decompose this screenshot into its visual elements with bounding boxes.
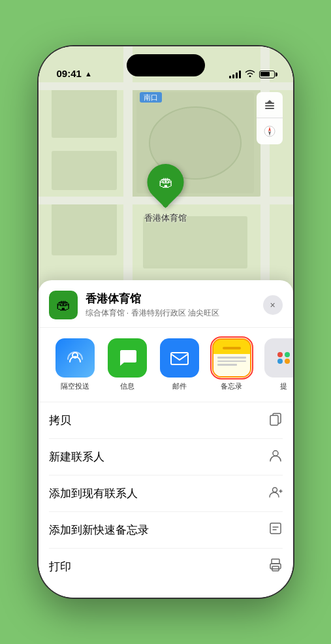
status-time: 09:41 ▲: [57, 68, 92, 79]
svg-marker-17: [267, 100, 272, 103]
pin-label: 香港体育馆: [144, 212, 187, 224]
svg-rect-8: [39, 82, 293, 90]
notes-label: 备忘录: [221, 381, 242, 391]
notes-icon: [212, 338, 251, 378]
svg-rect-22: [171, 353, 188, 364]
svg-rect-15: [265, 105, 274, 106]
messages-icon: [108, 338, 147, 378]
svg-rect-1: [52, 86, 117, 138]
share-messages[interactable]: 信息: [101, 338, 153, 391]
share-mail[interactable]: 邮件: [153, 338, 206, 391]
action-new-contact[interactable]: 新建联系人: [49, 439, 283, 475]
messages-label: 信息: [120, 381, 134, 391]
svg-point-26: [272, 488, 277, 492]
map-label-text: 南口: [140, 92, 162, 103]
svg-rect-24: [270, 415, 278, 425]
mail-label: 邮件: [172, 381, 187, 391]
add-notes-label: 添加到新快速备忘录: [49, 523, 149, 538]
share-notes[interactable]: 备忘录: [206, 338, 258, 391]
signal-icon: [229, 71, 241, 78]
phone-screen: 09:41 ▲: [39, 46, 293, 598]
new-contact-label: 新建联系人: [49, 449, 104, 464]
venue-icon: 🏟: [49, 291, 78, 319]
more-icon: [264, 338, 293, 378]
venue-info: 香港体育馆 综合体育馆 · 香港特别行政区 油尖旺区: [86, 291, 263, 319]
print-icon: [268, 558, 283, 575]
svg-rect-32: [272, 559, 279, 564]
action-add-existing[interactable]: 添加到现有联系人: [49, 475, 283, 512]
map-controls: [257, 92, 283, 144]
status-icons: [229, 69, 275, 79]
svg-rect-2: [52, 151, 117, 190]
venue-desc: 综合体育馆 · 香港特别行政区 油尖旺区: [86, 308, 263, 319]
copy-icon: [268, 411, 283, 429]
svg-rect-11: [143, 216, 247, 268]
share-more[interactable]: 提: [258, 338, 293, 391]
action-copy[interactable]: 拷贝: [49, 402, 283, 439]
clock: 09:41: [57, 68, 82, 79]
sheet-header: 🏟 香港体育馆 综合体育馆 · 香港特别行政区 油尖旺区 ×: [39, 280, 293, 328]
copy-label: 拷贝: [49, 413, 71, 428]
add-existing-icon: [268, 485, 283, 502]
print-label: 打印: [49, 559, 71, 574]
action-add-notes[interactable]: 添加到新快速备忘录: [49, 512, 283, 549]
svg-rect-16: [265, 108, 274, 109]
wifi-icon: [245, 69, 255, 79]
svg-rect-3: [52, 203, 117, 255]
new-contact-icon: [268, 448, 283, 466]
add-notes-icon: [268, 521, 283, 539]
venue-name: 香港体育馆: [86, 291, 263, 306]
airdrop-icon: [55, 338, 95, 378]
mail-icon: [160, 338, 199, 378]
phone-frame: 09:41 ▲: [39, 46, 293, 598]
share-airdrop[interactable]: 隔空投送: [49, 338, 101, 391]
add-existing-label: 添加到现有联系人: [49, 486, 138, 501]
bottom-sheet: 🏟 香港体育馆 综合体育馆 · 香港特别行政区 油尖旺区 ×: [39, 280, 293, 598]
map-layers-button[interactable]: [257, 92, 283, 118]
svg-rect-29: [270, 523, 281, 534]
battery-icon: [259, 71, 275, 78]
share-row: 隔空投送 信息: [39, 328, 293, 402]
location-pin: 🏟 香港体育馆: [144, 164, 187, 224]
pin-venue-icon: 🏟: [159, 174, 173, 191]
svg-rect-14: [265, 103, 274, 104]
svg-point-25: [273, 451, 278, 456]
dynamic-island: [127, 54, 205, 76]
close-button[interactable]: ×: [263, 295, 283, 315]
more-label: 提: [280, 381, 287, 391]
airdrop-label: 隔空投送: [61, 381, 89, 391]
map-label: 南口: [140, 91, 162, 103]
compass-button[interactable]: [257, 118, 283, 144]
action-print[interactable]: 打印: [49, 549, 283, 585]
action-list: 拷贝 新建联系人: [39, 402, 293, 585]
location-arrow-icon: ▲: [85, 70, 92, 78]
